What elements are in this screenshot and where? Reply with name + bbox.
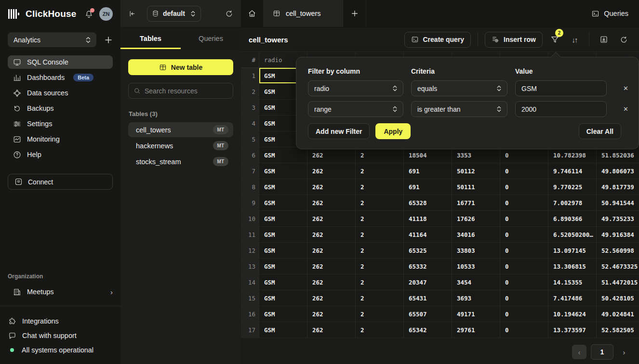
table-cell[interactable]: 20347: [404, 274, 452, 290]
table-cell[interactable]: 49.916384: [597, 227, 639, 243]
table-cell[interactable]: 65332: [404, 259, 452, 274]
home-button[interactable]: [241, 0, 264, 27]
table-cell[interactable]: 49.735233: [597, 211, 639, 227]
table-cell[interactable]: 33803: [452, 243, 500, 259]
table-cell[interactable]: 2: [356, 163, 404, 179]
table-cell[interactable]: 262: [307, 290, 356, 306]
table-cell[interactable]: 52.4673325: [597, 259, 639, 274]
database-select[interactable]: default: [147, 6, 201, 22]
sort-button[interactable]: ↓↑: [567, 32, 582, 47]
sidebar-item-integrations[interactable]: Integrations: [8, 314, 113, 328]
filter-column-select-1[interactable]: radio: [308, 80, 403, 96]
filter-column-select-2[interactable]: range: [308, 101, 403, 117]
table-cell[interactable]: 14.15355: [548, 274, 597, 290]
new-tab-button[interactable]: [343, 0, 366, 27]
table-cell[interactable]: 262: [307, 179, 356, 195]
refresh-tables-icon[interactable]: [225, 10, 233, 18]
table-cell[interactable]: 65431: [404, 290, 452, 306]
table-cell[interactable]: 262: [307, 322, 356, 338]
table-cell[interactable]: GSM: [259, 163, 307, 179]
table-cell[interactable]: 10.782398: [548, 147, 597, 163]
table-cell[interactable]: 0: [500, 243, 548, 259]
table-cell[interactable]: 9.746114: [548, 163, 597, 179]
table-cell[interactable]: GSM: [259, 274, 307, 290]
table-cell[interactable]: 2: [356, 306, 404, 322]
table-cell[interactable]: 49.024841: [597, 306, 639, 322]
table-cell[interactable]: 17626: [452, 211, 500, 227]
table-cell[interactable]: 41164: [404, 227, 452, 243]
table-cell[interactable]: 262: [307, 147, 356, 163]
system-status[interactable]: All systems operational: [8, 343, 113, 357]
table-list-item-stocks-stream[interactable]: stocks_stream MT: [128, 154, 233, 169]
table-cell[interactable]: GSM: [259, 227, 307, 243]
workspace-select[interactable]: Analytics: [8, 32, 96, 47]
previous-page-button[interactable]: ‹: [572, 345, 586, 359]
table-cell[interactable]: 16771: [452, 195, 500, 211]
table-cell[interactable]: 65507: [404, 306, 452, 322]
table-cell[interactable]: 262: [307, 163, 356, 179]
filter-criteria-select-1[interactable]: equals: [411, 80, 507, 96]
table-cell[interactable]: 41118: [404, 211, 452, 227]
table-cell[interactable]: 0: [500, 211, 548, 227]
table-cell[interactable]: 18504: [404, 147, 452, 163]
table-cell[interactable]: 2: [356, 211, 404, 227]
notifications-button[interactable]: [84, 10, 93, 19]
table-cell[interactable]: 29761: [452, 322, 500, 338]
table-cell[interactable]: 49.806073: [597, 163, 639, 179]
table-cell[interactable]: 7.002978: [548, 195, 597, 211]
sidebar-item-settings[interactable]: Settings: [8, 117, 113, 130]
table-cell[interactable]: 10533: [452, 259, 500, 274]
sidebar-item-help[interactable]: Help: [8, 148, 113, 161]
insert-row-button[interactable]: Insert row: [485, 32, 543, 48]
tab-cell-towers[interactable]: cell_towers: [264, 0, 343, 27]
table-cell[interactable]: 2: [356, 322, 404, 338]
table-cell[interactable]: 0: [500, 274, 548, 290]
table-cell[interactable]: GSM: [259, 322, 307, 338]
create-query-button[interactable]: Create query: [404, 32, 471, 48]
table-cell[interactable]: 13.373597: [548, 322, 597, 338]
search-input[interactable]: [145, 87, 228, 95]
remove-filter-button-1[interactable]: ✕: [623, 85, 628, 92]
sidebar-item-monitoring[interactable]: Monitoring: [8, 132, 113, 146]
table-cell[interactable]: GSM: [259, 243, 307, 259]
table-cell[interactable]: GSM: [259, 195, 307, 211]
sidebar-item-backups[interactable]: Backups: [8, 102, 113, 115]
table-cell[interactable]: 2: [356, 147, 404, 163]
sidebar-item-dashboards[interactable]: Dashboards Beta: [8, 71, 113, 84]
table-cell[interactable]: 3693: [452, 290, 500, 306]
table-cell[interactable]: 9.770225: [548, 179, 597, 195]
table-cell[interactable]: 262: [307, 306, 356, 322]
refresh-button[interactable]: [616, 32, 631, 47]
table-cell[interactable]: 2: [356, 227, 404, 243]
add-workspace-button[interactable]: [104, 36, 113, 44]
add-new-filter-button[interactable]: Add new Filter: [308, 123, 370, 139]
table-cell[interactable]: 2: [356, 179, 404, 195]
avatar[interactable]: ZN: [99, 7, 113, 21]
table-cell[interactable]: 65342: [404, 322, 452, 338]
table-cell[interactable]: GSM: [259, 290, 307, 306]
table-cell[interactable]: 50.941544: [597, 195, 639, 211]
sidebar-item-chat-support[interactable]: Chat with support: [8, 328, 113, 343]
table-cell[interactable]: 0: [500, 322, 548, 338]
sidebar-item-meetups[interactable]: Meetups ›: [8, 285, 118, 299]
table-cell[interactable]: 49171: [452, 306, 500, 322]
table-cell[interactable]: 262: [307, 274, 356, 290]
table-cell[interactable]: 50112: [452, 163, 500, 179]
table-cell[interactable]: 0: [500, 259, 548, 274]
table-cell[interactable]: 262: [307, 227, 356, 243]
table-cell[interactable]: 6.52050200…: [548, 227, 597, 243]
table-cell[interactable]: 51.852036: [597, 147, 639, 163]
table-cell[interactable]: 0: [500, 306, 548, 322]
table-cell[interactable]: 262: [307, 211, 356, 227]
sidebar-item-sql-console[interactable]: SQL Console: [8, 55, 113, 69]
table-cell[interactable]: 3454: [452, 274, 500, 290]
current-page-indicator[interactable]: 1: [591, 344, 613, 360]
table-cell[interactable]: 65325: [404, 243, 452, 259]
table-cell[interactable]: 2: [356, 274, 404, 290]
table-cell[interactable]: 34016: [452, 227, 500, 243]
table-cell[interactable]: 262: [307, 195, 356, 211]
tab-queries[interactable]: Queries: [181, 27, 241, 49]
table-cell[interactable]: 51.4472015: [597, 274, 639, 290]
table-cell[interactable]: 2: [356, 259, 404, 274]
collapse-panel-icon[interactable]: [128, 10, 136, 18]
